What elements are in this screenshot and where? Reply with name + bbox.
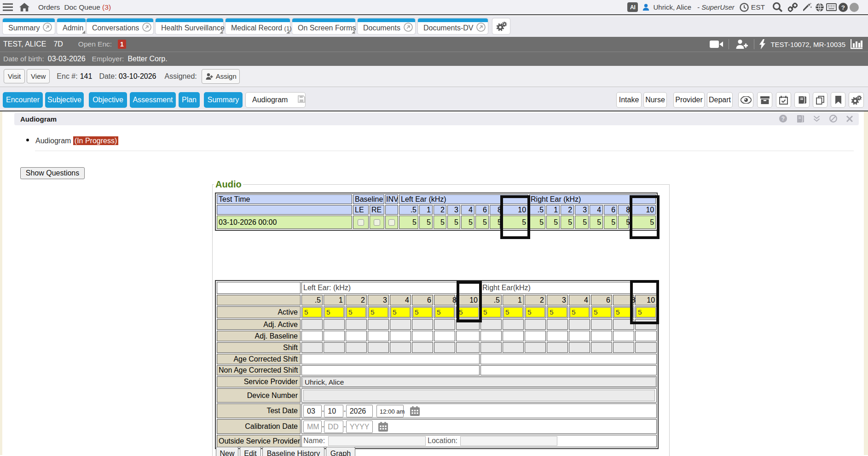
svg-text:?: ?: [841, 4, 845, 11]
svg-text:?: ?: [781, 116, 785, 122]
